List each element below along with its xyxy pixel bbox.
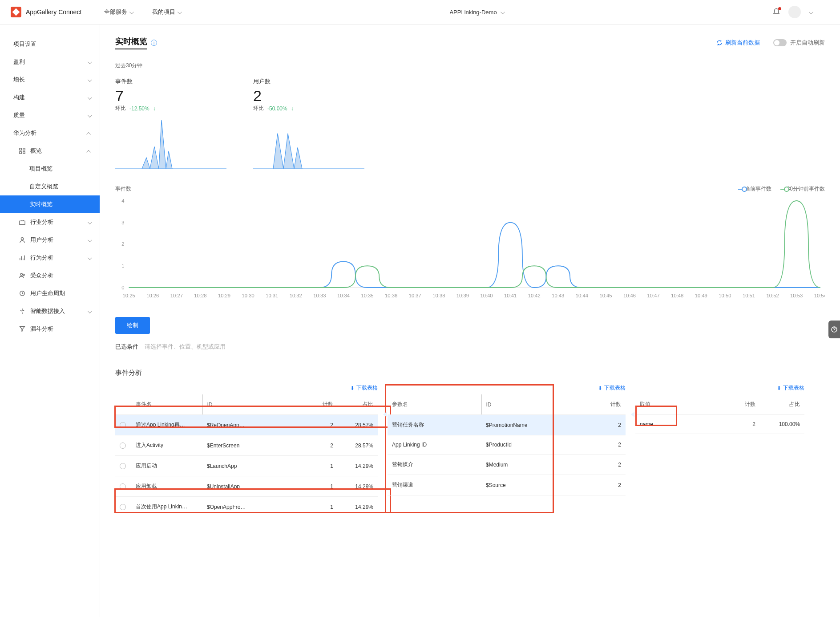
- svg-text:10:41: 10:41: [504, 293, 517, 298]
- stat-users: 用户数 2 环比-50.00%↓: [253, 77, 364, 169]
- sidebar-item-funnel[interactable]: 漏斗分析: [0, 320, 100, 338]
- cycle-icon: [19, 290, 26, 297]
- table-row[interactable]: App Linking ID$ProductId2: [388, 435, 626, 455]
- svg-text:10:38: 10:38: [432, 293, 445, 298]
- sidebar-item-project-settings[interactable]: 项目设置: [0, 35, 100, 53]
- content: 实时概览 i 刷新当前数据 开启自动刷新 过去30分钟 事件数 7 环比-12.…: [100, 24, 840, 617]
- sidebar-item-quality[interactable]: 质量: [0, 106, 100, 124]
- table-row[interactable]: 首次使用App Linkin…$OpenAppFro…114.29%: [115, 497, 378, 517]
- sidebar-item-user-analysis[interactable]: 用户分析: [0, 231, 100, 249]
- values-table-card: ⬇下载表格 取值计数占比name2100.00%: [635, 384, 804, 517]
- sidebar-item-lifecycle[interactable]: 用户生命周期: [0, 284, 100, 302]
- svg-text:10:44: 10:44: [576, 293, 588, 298]
- table-row[interactable]: name2100.00%: [635, 415, 804, 434]
- sparkline-users: [253, 116, 364, 169]
- col-header: 取值: [635, 394, 724, 415]
- svg-text:10:50: 10:50: [719, 293, 731, 298]
- table-row[interactable]: 通过App Linking再…$ReOpenApp…228.57%: [115, 415, 378, 435]
- legend-30m-ago[interactable]: 30分钟前事件数: [780, 185, 825, 193]
- conditions-label: 已选条件: [115, 343, 138, 351]
- table-row[interactable]: 营销媒介$Medium2: [388, 455, 626, 475]
- table-row[interactable]: 应用启动$LaunchApp114.29%: [115, 456, 378, 476]
- chart-icon: [19, 254, 26, 261]
- sidebar-item-build[interactable]: 构建: [0, 89, 100, 106]
- radio[interactable]: [120, 504, 126, 510]
- svg-text:10:34: 10:34: [337, 293, 350, 298]
- page-title: 实时概览: [115, 36, 147, 49]
- table-row[interactable]: 进入Activity$EnterScreen228.57%: [115, 435, 378, 456]
- table-row[interactable]: 营销任务名称$PromotionName2: [388, 415, 626, 435]
- svg-rect-1: [23, 148, 25, 150]
- refresh-icon: [716, 40, 723, 46]
- chart-title: 事件数: [115, 185, 131, 193]
- download-icon: ⬇: [598, 385, 602, 391]
- download-icon: ⬇: [350, 385, 355, 391]
- info-icon[interactable]: i: [151, 40, 157, 46]
- data-icon: [19, 308, 26, 315]
- auto-refresh-toggle[interactable]: 开启自动刷新: [773, 39, 825, 47]
- brand-icon: [11, 7, 21, 17]
- svg-text:10:39: 10:39: [456, 293, 469, 298]
- col-header: [115, 394, 131, 415]
- sidebar-item-behavior[interactable]: 行为分析: [0, 249, 100, 267]
- svg-text:10:29: 10:29: [218, 293, 230, 298]
- sidebar-item-overview[interactable]: 概览: [0, 142, 100, 160]
- brand[interactable]: AppGallery Connect: [11, 7, 104, 17]
- help-float-button[interactable]: [828, 321, 840, 338]
- sidebar-item-industry[interactable]: 行业分析: [0, 213, 100, 231]
- app-selector[interactable]: APPLinking-Demo: [449, 9, 503, 16]
- conditions-row: 已选条件 请选择事件、位置、机型或应用: [115, 343, 825, 351]
- params-table-card: ⬇下载表格 参数名ID计数营销任务名称$PromotionName2App Li…: [388, 384, 626, 517]
- notifications-icon[interactable]: [772, 8, 780, 16]
- svg-text:10:49: 10:49: [695, 293, 707, 298]
- download-icon: ⬇: [777, 385, 781, 391]
- sidebar-item-custom-overview[interactable]: 自定义概览: [0, 178, 100, 195]
- sidebar-item-realtime-overview[interactable]: 实时概览: [0, 195, 100, 213]
- avatar[interactable]: [788, 6, 801, 18]
- toggle-switch[interactable]: [773, 39, 787, 46]
- draw-button[interactable]: 绘制: [115, 317, 150, 334]
- svg-text:10:36: 10:36: [385, 293, 397, 298]
- radio[interactable]: [120, 442, 126, 449]
- menu-my-projects[interactable]: 我的项目: [152, 8, 181, 16]
- sidebar-item-audience[interactable]: 受众分析: [0, 267, 100, 284]
- download-table-3[interactable]: ⬇下载表格: [635, 384, 804, 392]
- svg-point-5: [21, 238, 23, 240]
- svg-text:10:37: 10:37: [409, 293, 421, 298]
- refresh-button[interactable]: 刷新当前数据: [716, 39, 760, 47]
- funnel-icon: [19, 325, 26, 333]
- download-table-1[interactable]: ⬇下载表格: [115, 384, 378, 392]
- event-analysis-title: 事件分析: [115, 369, 825, 377]
- top-header: AppGallery Connect 全部服务 我的项目 APPLinking-…: [0, 0, 840, 24]
- sidebar-item-project-overview[interactable]: 项目概览: [0, 160, 100, 178]
- download-table-2[interactable]: ⬇下载表格: [388, 384, 626, 392]
- sidebar-item-smart-data[interactable]: 智能数据接入: [0, 302, 100, 320]
- radio[interactable]: [120, 422, 126, 428]
- values-table: 取值计数占比name2100.00%: [635, 394, 804, 434]
- col-header: 计数: [302, 394, 338, 415]
- radio[interactable]: [120, 483, 126, 490]
- legend-current[interactable]: 当前事件数: [738, 185, 771, 193]
- sidebar-item-profit[interactable]: 盈利: [0, 53, 100, 71]
- svg-text:10:30: 10:30: [242, 293, 254, 298]
- sparkline-events: [115, 116, 226, 169]
- svg-text:10:51: 10:51: [743, 293, 755, 298]
- svg-text:10:32: 10:32: [290, 293, 302, 298]
- svg-text:10:31: 10:31: [266, 293, 278, 298]
- svg-text:10:33: 10:33: [313, 293, 326, 298]
- arrow-down-icon: ↓: [153, 106, 156, 112]
- table-row[interactable]: 营销渠道$Source2: [388, 475, 626, 495]
- svg-point-7: [23, 274, 25, 276]
- radio[interactable]: [120, 463, 126, 469]
- menu-all-services[interactable]: 全部服务: [104, 8, 133, 16]
- table-row[interactable]: 应用卸载$UninstallApp114.29%: [115, 476, 378, 497]
- event-chart: 0123410:2510:2610:2710:2810:2910:3010:31…: [115, 196, 825, 301]
- sidebar-item-growth[interactable]: 增长: [0, 71, 100, 89]
- user-menu[interactable]: [809, 9, 829, 16]
- notification-dot: [778, 7, 781, 10]
- grid-icon: [19, 147, 26, 154]
- sidebar-item-huawei-analytics[interactable]: 华为分析: [0, 124, 100, 142]
- svg-text:4: 4: [121, 198, 124, 203]
- col-header: 占比: [760, 394, 804, 415]
- svg-text:10:26: 10:26: [146, 293, 159, 298]
